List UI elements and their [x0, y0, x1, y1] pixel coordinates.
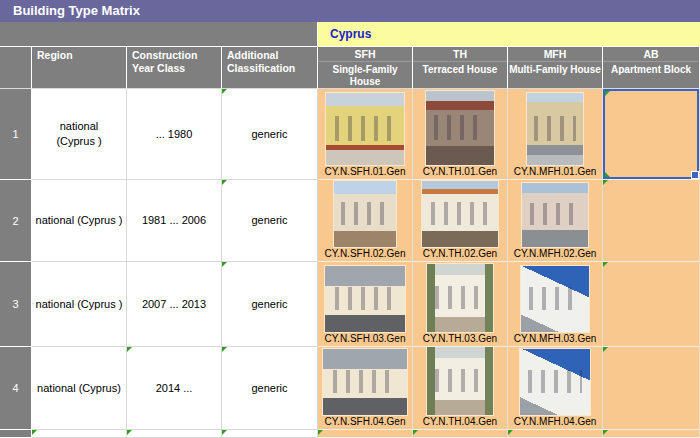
building-code-label: CY.N.MFH.01.Gen: [514, 165, 597, 178]
building-photo-th-04[interactable]: [427, 347, 493, 415]
comment-marker-icon: [603, 347, 608, 352]
matrix-cell-th-01[interactable]: CY.N.TH.01.Gen: [413, 89, 508, 180]
year-class-cell[interactable]: 2007 ... 2013: [127, 262, 222, 347]
building-photo-mfh-03[interactable]: [521, 266, 589, 332]
comment-marker-icon: [413, 430, 418, 435]
classification-value: generic: [251, 127, 287, 142]
matrix-cell-sfh-01[interactable]: CY.N.SFH.01.Gen: [318, 89, 413, 180]
sfh-code-label: SFH: [318, 47, 412, 62]
column-header-mfh: MFH Multi-Family House: [508, 47, 603, 89]
row-number: 1: [0, 89, 32, 180]
row-number: 3: [0, 262, 32, 347]
comment-marker-icon: [222, 262, 227, 267]
matrix-cell-mfh-03[interactable]: CY.N.MFH.03.Gen: [508, 262, 603, 347]
matrix-cell-sfh-05[interactable]: [318, 430, 413, 438]
page-title: Building Type Matrix: [0, 0, 700, 22]
region-value: national (Cyprus ): [36, 297, 123, 312]
ab-name-label: Apartment Block: [611, 64, 691, 76]
region-cell[interactable]: national (Cyprus ): [32, 89, 127, 180]
building-type-matrix-page: Building Type Matrix Cyprus Region Const…: [0, 0, 700, 438]
matrix-cell-sfh-04[interactable]: CY.N.SFH.04.Gen: [318, 347, 413, 430]
comment-marker-icon: [603, 262, 608, 267]
th-code-label: TH: [413, 47, 507, 62]
building-code-label: CY.N.MFH.02.Gen: [514, 247, 597, 260]
building-code-label: CY.N.MFH.03.Gen: [514, 332, 597, 345]
region-cell[interactable]: national (Cyprus ): [32, 262, 127, 347]
matrix-cell-th-05[interactable]: [413, 430, 508, 438]
country-tab-cyprus[interactable]: Cyprus: [318, 22, 700, 46]
matrix-cell-ab-03[interactable]: [603, 262, 700, 347]
building-photo-sfh-01[interactable]: [326, 93, 404, 165]
region-value: national (Cyprus ): [56, 119, 101, 149]
comment-marker-icon: [32, 430, 37, 435]
building-photo-sfh-03[interactable]: [325, 266, 405, 332]
country-label: Cyprus: [330, 27, 371, 41]
year-class-cell[interactable]: ... 1980: [127, 89, 222, 180]
matrix-row-2: 2 national (Cyprus ) 1981 ... 2006 gener…: [0, 180, 700, 262]
region-value: national (Cyprus): [37, 381, 121, 396]
comment-marker-icon: [508, 430, 513, 435]
matrix-cell-th-03[interactable]: CY.N.TH.03.Gen: [413, 262, 508, 347]
building-photo-sfh-02[interactable]: [334, 181, 396, 247]
ab-code-label: AB: [603, 47, 699, 62]
comment-marker-icon: [222, 347, 227, 352]
building-photo-mfh-04[interactable]: [520, 349, 590, 415]
building-code-label: CY.N.SFH.01.Gen: [325, 165, 406, 178]
matrix-cell-sfh-02[interactable]: CY.N.SFH.02.Gen: [318, 180, 413, 262]
year-class-value: 2007 ... 2013: [142, 297, 206, 312]
matrix-cell-mfh-05[interactable]: [508, 430, 603, 438]
matrix-cell-mfh-02[interactable]: CY.N.MFH.02.Gen: [508, 180, 603, 262]
th-name-label: Terraced House: [423, 64, 498, 76]
building-photo-th-02[interactable]: [422, 181, 498, 247]
building-code-label: CY.N.SFH.02.Gen: [325, 247, 406, 260]
building-code-label: CY.N.TH.01.Gen: [423, 165, 497, 178]
classification-value: generic: [251, 213, 287, 228]
building-photo-th-03[interactable]: [427, 264, 493, 332]
cell-selection-border: [603, 89, 699, 179]
comment-marker-icon: [127, 347, 132, 352]
region-cell[interactable]: national (Cyprus): [32, 347, 127, 430]
matrix-cell-mfh-04[interactable]: CY.N.MFH.04.Gen: [508, 347, 603, 430]
matrix-cell-mfh-01[interactable]: CY.N.MFH.01.Gen: [508, 89, 603, 180]
matrix-cell-ab-05[interactable]: [603, 430, 700, 438]
year-class-cell[interactable]: 2014 ...: [127, 347, 222, 430]
region-cell[interactable]: national (Cyprus ): [32, 180, 127, 262]
region-cell[interactable]: [32, 430, 127, 438]
classification-cell[interactable]: generic: [222, 347, 318, 430]
building-code-label: CY.N.MFH.04.Gen: [514, 415, 597, 428]
matrix-cell-sfh-03[interactable]: CY.N.SFH.03.Gen: [318, 262, 413, 347]
matrix-cell-ab-02[interactable]: [603, 180, 700, 262]
construction-year-column-header: Construction Year Class: [127, 47, 222, 89]
comment-marker-icon: [127, 430, 132, 435]
row-number: 2: [0, 180, 32, 262]
matrix-cell-th-04[interactable]: CY.N.TH.04.Gen: [413, 347, 508, 430]
classification-cell[interactable]: generic: [222, 180, 318, 262]
comment-marker-icon: [222, 180, 227, 185]
matrix-row-3: 3 national (Cyprus ) 2007 ... 2013 gener…: [0, 262, 700, 347]
matrix-row-partial: [0, 430, 700, 438]
building-code-label: CY.N.TH.04.Gen: [423, 415, 497, 428]
country-band: Cyprus: [0, 22, 700, 47]
classification-cell[interactable]: generic: [222, 262, 318, 347]
building-photo-mfh-02[interactable]: [522, 183, 588, 247]
year-class-value: 1981 ... 2006: [142, 213, 206, 228]
matrix-cell-ab-01-selected[interactable]: [603, 89, 700, 180]
classification-value: generic: [251, 381, 287, 396]
classification-cell[interactable]: [222, 430, 318, 438]
row-number: [0, 430, 32, 438]
building-code-label: CY.N.SFH.03.Gen: [325, 332, 406, 345]
row-number-header: [0, 47, 32, 89]
year-class-cell[interactable]: 1981 ... 2006: [127, 180, 222, 262]
classification-cell[interactable]: generic: [222, 89, 318, 180]
region-value: national (Cyprus ): [36, 213, 123, 228]
building-photo-mfh-01[interactable]: [527, 93, 583, 165]
building-photo-th-01[interactable]: [426, 91, 494, 165]
sfh-name-label: Single-Family House: [329, 64, 401, 88]
year-class-cell[interactable]: [127, 430, 222, 438]
matrix-cell-th-02[interactable]: CY.N.TH.02.Gen: [413, 180, 508, 262]
matrix-cell-ab-04[interactable]: [603, 347, 700, 430]
matrix-row-1: 1 national (Cyprus ) ... 1980 generic CY…: [0, 89, 700, 180]
mfh-name-label: Multi-Family House: [509, 64, 601, 76]
country-band-spacer: [0, 22, 318, 46]
building-photo-sfh-04[interactable]: [323, 349, 407, 415]
